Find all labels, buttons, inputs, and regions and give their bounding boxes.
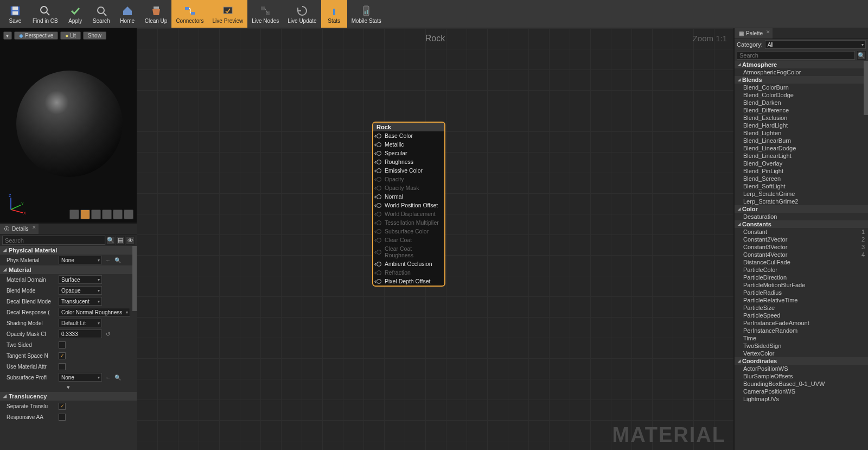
tangent-space-checkbox[interactable] bbox=[59, 352, 66, 359]
section-material[interactable]: Material bbox=[0, 265, 137, 274]
pin-roughness[interactable]: Roughness bbox=[373, 157, 444, 166]
pin-socket-icon[interactable] bbox=[376, 134, 381, 138]
shape-plane-button[interactable] bbox=[91, 210, 101, 219]
live-nodes-button[interactable]: Live Nodes bbox=[247, 0, 283, 28]
palette-search-input[interactable] bbox=[737, 51, 855, 60]
pin-normal[interactable]: Normal bbox=[373, 192, 444, 201]
palette-item[interactable]: Constant4Vector4 bbox=[735, 251, 868, 258]
clean-button[interactable]: Clean Up bbox=[141, 0, 172, 28]
responsive-aa-checkbox[interactable] bbox=[59, 414, 66, 421]
list-view-icon[interactable]: ▤ bbox=[116, 236, 125, 245]
palette-item[interactable]: ParticleDirection bbox=[735, 274, 868, 281]
palette-item[interactable]: Constant2Vector2 bbox=[735, 236, 868, 243]
pin-metallic[interactable]: Metallic bbox=[373, 140, 444, 149]
palette-item[interactable]: Blend_Darken bbox=[735, 99, 868, 106]
palette-category-constants[interactable]: Constants bbox=[735, 220, 868, 228]
search-button[interactable]: Search bbox=[88, 0, 114, 28]
pin-pixel-depth-offset[interactable]: Pixel Depth Offset bbox=[373, 277, 444, 286]
palette-item[interactable]: Blend_LinearLight bbox=[735, 152, 868, 160]
palette-item[interactable]: Blend_LinearDodge bbox=[735, 144, 868, 152]
pin-specular[interactable]: Specular bbox=[373, 149, 444, 157]
close-icon[interactable]: ✕ bbox=[766, 29, 770, 35]
pin-socket-icon[interactable] bbox=[376, 194, 381, 199]
palette-item[interactable]: ParticleSize bbox=[735, 304, 868, 312]
pin-world-position-offset[interactable]: World Position Offset bbox=[373, 201, 444, 210]
show-dropdown[interactable]: Show bbox=[83, 31, 106, 40]
palette-item[interactable]: Blend_SoftLight bbox=[735, 182, 868, 190]
pin-socket-icon[interactable] bbox=[376, 151, 381, 156]
palette-item[interactable]: ParticleRelativeTime bbox=[735, 296, 868, 304]
material-graph[interactable]: Rock Zoom 1:1 MATERIAL Rock Base ColorMe… bbox=[137, 28, 733, 450]
use-material-attr-checkbox[interactable] bbox=[59, 363, 66, 370]
viewport-menu-dropdown[interactable]: ▾ bbox=[3, 31, 12, 40]
stats-button[interactable]: Stats bbox=[321, 0, 347, 28]
pin-socket-icon[interactable] bbox=[376, 203, 381, 208]
eye-icon[interactable]: 👁 bbox=[126, 236, 135, 245]
search-icon[interactable]: 🔍 bbox=[857, 51, 866, 60]
subsurface-profile-dropdown[interactable]: None bbox=[59, 373, 102, 382]
browse-icon[interactable]: 🔍 bbox=[114, 256, 122, 264]
phys-material-dropdown[interactable]: None bbox=[59, 256, 102, 264]
details-tab[interactable]: 🛈 Details ✕ bbox=[0, 224, 39, 234]
decal-blend-mode-dropdown[interactable]: Translucent bbox=[59, 297, 102, 306]
two-sided-checkbox[interactable] bbox=[59, 341, 66, 348]
close-icon[interactable]: ✕ bbox=[32, 225, 36, 230]
material-output-node[interactable]: Rock Base ColorMetallicSpecularRoughness… bbox=[372, 122, 445, 287]
use-selected-icon[interactable]: ← bbox=[104, 373, 112, 381]
palette-item[interactable]: Lerp_ScratchGrime2 bbox=[735, 198, 868, 205]
palette-item[interactable]: Blend_Screen bbox=[735, 175, 868, 182]
palette-item[interactable]: ParticleSpeed bbox=[735, 312, 868, 319]
palette-item[interactable]: BoundingBoxBased_0-1_UVW bbox=[735, 380, 868, 388]
palette-item[interactable]: CameraPositionWS bbox=[735, 388, 868, 395]
lit-mode-dropdown[interactable]: ●Lit bbox=[60, 31, 81, 40]
browse-icon[interactable]: 🔍 bbox=[114, 373, 122, 381]
palette-item[interactable]: ActorPositionWS bbox=[735, 365, 868, 372]
find-button[interactable]: Find in CB bbox=[28, 0, 62, 28]
reset-icon[interactable]: ↺ bbox=[104, 330, 112, 338]
palette-item[interactable]: BlurSampleOffsets bbox=[735, 372, 868, 380]
shape-mesh-button[interactable] bbox=[113, 210, 123, 219]
palette-category-atmosphere[interactable]: Atmosphere bbox=[735, 61, 868, 68]
palette-item[interactable]: Lerp_ScratchGrime bbox=[735, 190, 868, 198]
preview-viewport[interactable]: ▾ ◆Perspective ●Lit Show Z X Y bbox=[0, 28, 137, 224]
palette-category-color[interactable]: Color bbox=[735, 205, 868, 213]
shape-cube-button[interactable] bbox=[102, 210, 112, 219]
connectors-button[interactable]: Connectors bbox=[171, 0, 208, 28]
palette-item[interactable]: Blend_Lighten bbox=[735, 129, 868, 137]
palette-item[interactable]: PerInstanceRandom bbox=[735, 327, 868, 334]
palette-item[interactable]: ParticleRadius bbox=[735, 289, 868, 296]
palette-item[interactable]: Blend_Exclusion bbox=[735, 114, 868, 122]
shape-sphere-button[interactable] bbox=[80, 210, 90, 219]
palette-category-coordinates[interactable]: Coordinates bbox=[735, 357, 868, 365]
blend-mode-dropdown[interactable]: Opaque bbox=[59, 286, 102, 295]
pin-emissive-color[interactable]: Emissive Color bbox=[373, 166, 444, 175]
palette-item[interactable]: Blend_PinLight bbox=[735, 167, 868, 175]
scrollbar-thumb[interactable] bbox=[864, 61, 868, 115]
material-domain-dropdown[interactable]: Surface bbox=[59, 275, 102, 284]
live-update-button[interactable]: Live Update bbox=[283, 0, 321, 28]
category-dropdown[interactable]: All bbox=[765, 40, 866, 49]
palette-item[interactable]: Blend_Difference bbox=[735, 106, 868, 114]
pin-socket-icon[interactable] bbox=[376, 168, 381, 173]
palette-category-blends[interactable]: Blends bbox=[735, 76, 868, 84]
section-translucency[interactable]: Translucency bbox=[0, 392, 137, 401]
mobile-stats-button[interactable]: Mobile Stats bbox=[347, 0, 386, 28]
section-physical-material[interactable]: Physical Material bbox=[0, 246, 137, 255]
expand-section-button[interactable]: ▾ bbox=[0, 383, 137, 392]
palette-item[interactable]: LightmapUVs bbox=[735, 395, 868, 403]
shading-model-dropdown[interactable]: Default Lit bbox=[59, 319, 102, 327]
pin-ambient-occlusion[interactable]: Ambient Occlusion bbox=[373, 259, 444, 268]
separate-translucency-checkbox[interactable] bbox=[59, 403, 66, 410]
palette-item[interactable]: DistanceCullFade bbox=[735, 258, 868, 266]
home-button[interactable]: Home bbox=[114, 0, 141, 28]
scrollbar-thumb[interactable] bbox=[132, 246, 137, 311]
palette-item[interactable]: Blend_LinearBurn bbox=[735, 137, 868, 144]
apply-button[interactable]: Apply bbox=[62, 0, 88, 28]
palette-item[interactable]: Blend_ColorBurn bbox=[735, 84, 868, 91]
palette-item[interactable]: PerInstanceFadeAmount bbox=[735, 319, 868, 327]
pin-socket-icon[interactable] bbox=[376, 142, 381, 147]
palette-tab[interactable]: ▦ Palette ✕ bbox=[735, 28, 773, 39]
pin-base-color[interactable]: Base Color bbox=[373, 131, 444, 140]
palette-item[interactable]: TwoSidedSign bbox=[735, 342, 868, 350]
live-preview-button[interactable]: Live Preview bbox=[208, 0, 248, 28]
